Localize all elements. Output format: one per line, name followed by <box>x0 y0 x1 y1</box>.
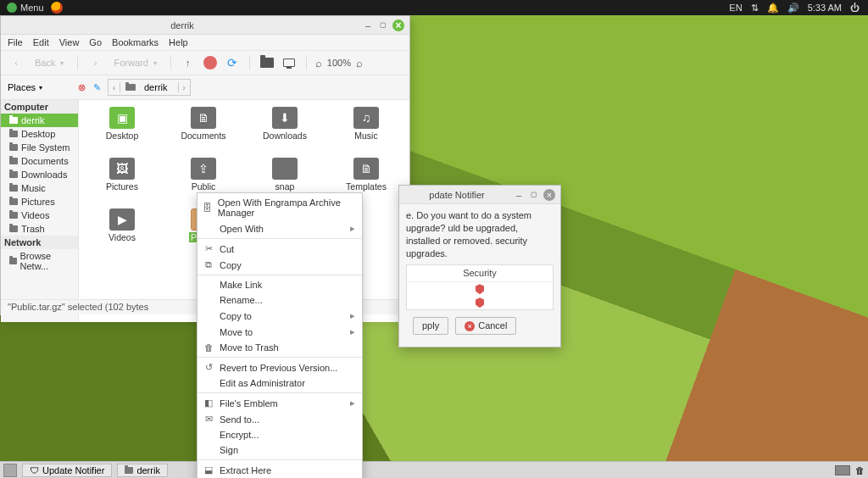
folder-desktop[interactable]: ▣Desktop <box>82 107 162 156</box>
update-message: e. Do you want to do a system upgrade? u… <box>406 209 554 259</box>
close-button[interactable] <box>543 189 555 201</box>
folder-downloads[interactable]: ⬇Downloads <box>245 107 325 156</box>
sidebar-item-browse-network[interactable]: Browse Netw... <box>1 249 78 273</box>
workspace-switcher[interactable] <box>835 465 850 475</box>
minimize-button[interactable] <box>362 19 374 31</box>
update-column-header: Security <box>407 265 553 282</box>
folder-icon: 🖼 <box>109 158 135 180</box>
revert-icon: ↺ <box>203 362 214 373</box>
back-button[interactable]: Back <box>30 56 69 69</box>
reload-button[interactable] <box>224 54 241 71</box>
sidebar-item-documents[interactable]: Documents <box>1 154 78 168</box>
firefox-launcher-icon[interactable] <box>51 2 63 14</box>
ctx-extract-here[interactable]: ⬓Extract Here <box>198 462 362 478</box>
volume-icon[interactable]: 🔊 <box>787 3 799 14</box>
folder-icon <box>272 158 298 180</box>
chevron-left-icon[interactable]: ‹ <box>108 82 120 92</box>
stop-button[interactable] <box>202 54 219 71</box>
file-manager-titlebar[interactable]: derrik <box>1 16 409 35</box>
computer-button[interactable] <box>281 54 298 71</box>
keyboard-indicator[interactable]: EN <box>729 3 742 13</box>
ctx-copy[interactable]: ⧉Copy <box>198 257 362 273</box>
menu-button[interactable]: Menu <box>3 3 47 13</box>
chevron-down-icon[interactable]: ▾ <box>39 84 42 92</box>
power-icon[interactable]: ⏻ <box>850 3 860 13</box>
ctx-edit-as-admin[interactable]: Edit as Administrator <box>198 375 362 391</box>
ctx-move-to[interactable]: Move to▸ <box>198 324 362 340</box>
window-title: pdate Notifier <box>404 190 509 200</box>
ctx-copy-to[interactable]: Copy to▸ <box>198 308 362 324</box>
home-button[interactable] <box>259 54 275 71</box>
ctx-revert[interactable]: ↺Revert to Previous Version... <box>198 359 362 375</box>
folder-icon: ▶ <box>109 208 135 231</box>
update-row <box>407 282 553 296</box>
ctx-make-link[interactable]: Make Link <box>198 277 362 292</box>
sidebar-item-music[interactable]: Music <box>1 181 78 195</box>
folder-music[interactable]: ♫Music <box>326 107 406 156</box>
notification-icon[interactable]: 🔔 <box>767 3 779 14</box>
minimize-button[interactable] <box>513 189 525 201</box>
sidebar-section-network: Network <box>1 236 78 249</box>
context-menu: 🗄Open With Engrampa Archive Manager Open… <box>197 192 363 478</box>
folder-videos[interactable]: ▶Videos <box>82 208 162 258</box>
folder-icon: 🗎 <box>353 158 379 180</box>
show-desktop-button[interactable] <box>3 464 17 477</box>
sidebar-item-derrik[interactable]: derrik <box>1 114 78 127</box>
ctx-cut[interactable]: ✂Cut <box>198 241 362 257</box>
cancel-button[interactable]: ×Cancel <box>455 317 516 335</box>
breadcrumb-segment[interactable]: derrik <box>120 82 178 92</box>
maximize-button[interactable] <box>528 189 540 201</box>
top-panel: Menu EN ⇅ 🔔 🔊 5:33 AM ⏻ <box>0 0 868 15</box>
network-icon[interactable]: ⇅ <box>751 3 759 14</box>
apply-button[interactable]: pply <box>413 317 448 335</box>
folder-pictures[interactable]: 🖼Pictures <box>82 158 162 207</box>
sidebar-section-computer: Computer <box>1 100 78 114</box>
ctx-encrypt[interactable]: Encrypt... <box>198 427 362 442</box>
ctx-rename[interactable]: Rename... <box>198 292 362 308</box>
forward-arrow-icon: › <box>86 54 103 71</box>
ctx-sign[interactable]: Sign <box>198 442 362 458</box>
sidebar-item-trash[interactable]: Trash <box>1 222 78 236</box>
menu-help[interactable]: Help <box>169 37 188 47</box>
chevron-right-icon[interactable]: › <box>178 82 190 92</box>
ctx-move-to-trash[interactable]: 🗑Move to Trash <box>198 340 362 355</box>
sidebar: Computer derrik Desktop File System Docu… <box>1 100 79 322</box>
close-sidebar-button[interactable]: ⊗ <box>78 82 86 93</box>
shield-icon <box>476 297 484 308</box>
places-label[interactable]: Places <box>8 82 36 92</box>
sidebar-item-videos[interactable]: Videos <box>1 208 78 222</box>
folder-icon: ⇪ <box>191 158 216 180</box>
menu-file[interactable]: File <box>8 37 23 47</box>
brisk-menu-icon <box>7 3 17 13</box>
ctx-open-with[interactable]: Open With▸ <box>198 220 362 236</box>
sidebar-item-filesystem[interactable]: File System <box>1 141 78 154</box>
task-file-manager[interactable]: derrik <box>117 464 168 477</box>
zoom-out-button[interactable] <box>315 57 322 69</box>
ctx-files-emblem[interactable]: ◧File's Emblem▸ <box>198 395 362 411</box>
window-title: derrik <box>6 20 359 31</box>
task-update-notifier[interactable]: 🛡Update Notifier <box>22 464 112 477</box>
close-button[interactable] <box>392 19 404 31</box>
menu-go[interactable]: Go <box>89 37 102 47</box>
parent-dir-button[interactable] <box>180 54 197 71</box>
update-icon: 🛡 <box>30 465 39 475</box>
sidebar-item-pictures[interactable]: Pictures <box>1 195 78 208</box>
maximize-button[interactable] <box>377 19 389 31</box>
edit-path-button[interactable]: ✎ <box>89 80 104 95</box>
folder-documents[interactable]: 🗎Documents <box>164 107 243 156</box>
trash-icon: 🗑 <box>203 342 214 353</box>
sidebar-item-desktop[interactable]: Desktop <box>1 127 78 141</box>
sidebar-item-downloads[interactable]: Downloads <box>1 168 78 181</box>
ctx-send-to[interactable]: ✉Send to... <box>198 411 362 427</box>
clock[interactable]: 5:33 AM <box>808 3 842 13</box>
trash-applet[interactable]: 🗑 <box>855 465 865 475</box>
menu-view[interactable]: View <box>59 37 80 47</box>
update-notifier-titlebar[interactable]: pdate Notifier <box>399 186 560 204</box>
menu-bookmarks[interactable]: Bookmarks <box>112 37 159 47</box>
ctx-open-with-engrampa[interactable]: 🗄Open With Engrampa Archive Manager <box>198 195 362 220</box>
forward-button[interactable]: Forward <box>108 56 161 69</box>
zoom-in-button[interactable] <box>356 57 363 69</box>
stop-icon <box>203 56 217 69</box>
menu-edit[interactable]: Edit <box>33 37 49 47</box>
breadcrumb[interactable]: ‹ derrik › <box>108 79 191 96</box>
